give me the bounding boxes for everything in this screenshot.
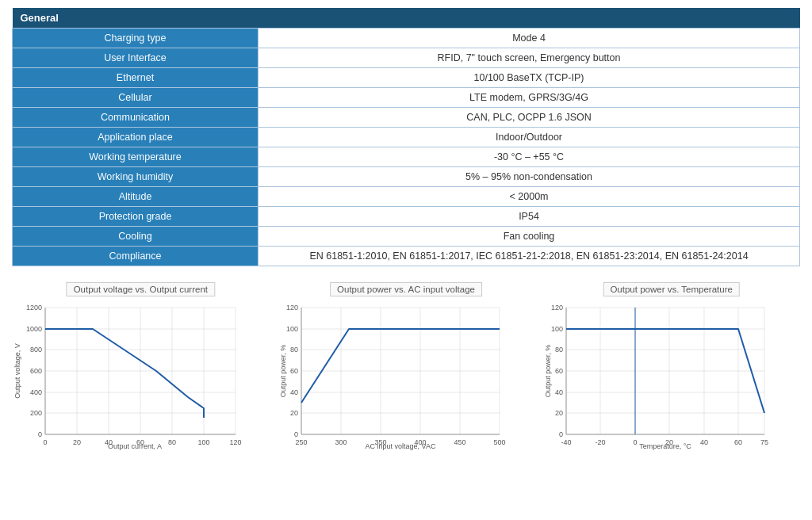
table-row: Charging typeMode 4 xyxy=(13,29,800,48)
chart1-svg: 0 200 400 600 800 1000 1200 0 20 40 60 8… xyxy=(12,300,258,450)
svg-text:-20: -20 xyxy=(596,438,606,446)
row-value: IP54 xyxy=(259,207,800,227)
table-row: Application placeIndoor/Outdoor xyxy=(13,128,800,147)
svg-text:1000: 1000 xyxy=(26,325,42,333)
svg-text:60: 60 xyxy=(734,438,742,446)
svg-text:20: 20 xyxy=(555,409,563,417)
svg-text:450: 450 xyxy=(454,438,465,446)
svg-text:100: 100 xyxy=(286,325,298,333)
row-label: Communication xyxy=(13,108,259,128)
svg-text:20: 20 xyxy=(73,438,81,446)
svg-text:100: 100 xyxy=(197,438,209,446)
svg-text:Output power, %: Output power, % xyxy=(544,345,552,398)
svg-text:0: 0 xyxy=(634,438,638,446)
chart2-svg: 0 20 40 60 80 100 120 250 300 350 400 45… xyxy=(278,300,523,450)
svg-text:0: 0 xyxy=(38,430,42,438)
svg-text:500: 500 xyxy=(493,438,505,446)
svg-text:80: 80 xyxy=(290,346,298,354)
section-header: General xyxy=(13,8,800,29)
row-value: 5% – 95% non-condensation xyxy=(259,167,800,187)
svg-text:-40: -40 xyxy=(561,438,572,446)
row-value: LTE modem, GPRS/3G/4G xyxy=(259,88,800,108)
svg-text:100: 100 xyxy=(551,325,563,333)
chart3-svg: 0 20 40 60 80 100 120 -40 -20 0 20 40 60… xyxy=(542,300,788,450)
chart3-area: 0 20 40 60 80 100 120 -40 -20 0 20 40 60… xyxy=(542,300,800,450)
row-value: Fan cooling xyxy=(259,227,800,247)
row-value: < 2000m xyxy=(259,187,800,207)
row-value: CAN, PLC, OCPP 1.6 JSON xyxy=(259,108,800,128)
svg-text:60: 60 xyxy=(290,367,298,375)
svg-text:Output voltage, V: Output voltage, V xyxy=(13,343,21,399)
chart-voltage-current: Output voltage vs. Output current xyxy=(12,282,270,450)
svg-text:600: 600 xyxy=(30,367,42,375)
svg-text:250: 250 xyxy=(295,438,307,446)
row-label: Charging type xyxy=(13,29,259,48)
svg-text:120: 120 xyxy=(229,438,241,446)
row-label: User Interface xyxy=(13,48,259,68)
row-label: Working humidity xyxy=(13,167,259,187)
svg-text:60: 60 xyxy=(555,367,563,375)
table-row: Working humidity5% – 95% non-condensatio… xyxy=(13,167,800,187)
general-table: General Charging typeMode 4User Interfac… xyxy=(12,8,800,266)
svg-text:20: 20 xyxy=(290,409,298,417)
charts-container: Output voltage vs. Output current xyxy=(12,282,800,450)
row-label: Ethernet xyxy=(13,68,259,88)
row-label: Altitude xyxy=(13,187,259,207)
row-value: RFID, 7" touch screen, Emergency button xyxy=(259,48,800,68)
row-label: Cooling xyxy=(13,227,259,247)
chart1-area: 0 200 400 600 800 1000 1200 0 20 40 60 8… xyxy=(12,300,270,450)
row-value: Mode 4 xyxy=(259,29,800,48)
svg-text:40: 40 xyxy=(555,388,563,396)
table-row: User InterfaceRFID, 7" touch screen, Eme… xyxy=(13,48,800,68)
svg-text:0: 0 xyxy=(43,438,47,446)
chart2-title: Output power vs. AC input voltage xyxy=(330,282,482,296)
row-label: Compliance xyxy=(13,247,259,266)
svg-text:40: 40 xyxy=(290,388,298,396)
svg-text:400: 400 xyxy=(30,388,42,396)
svg-text:40: 40 xyxy=(700,438,708,446)
svg-text:Output current, A: Output current, A xyxy=(108,442,162,450)
table-row: CommunicationCAN, PLC, OCPP 1.6 JSON xyxy=(13,108,800,128)
table-row: CoolingFan cooling xyxy=(13,227,800,247)
row-label: Cellular xyxy=(13,88,259,108)
table-row: Altitude< 2000m xyxy=(13,187,800,207)
row-value: EN 61851-1:2010, EN 61851-1:2017, IEC 61… xyxy=(259,247,800,266)
chart-power-voltage: Output power vs. AC input voltage xyxy=(278,282,535,450)
row-value: Indoor/Outdoor xyxy=(259,128,800,147)
row-value: 10/100 BaseTX (TCP-IP) xyxy=(259,68,800,88)
chart1-title: Output voltage vs. Output current xyxy=(67,282,215,296)
table-row: Working temperature-30 °C – +55 °C xyxy=(13,147,800,167)
svg-text:75: 75 xyxy=(760,438,768,446)
chart2-area: 0 20 40 60 80 100 120 250 300 350 400 45… xyxy=(278,300,535,450)
svg-text:Output power, %: Output power, % xyxy=(279,345,287,398)
table-row: Protection gradeIP54 xyxy=(13,207,800,227)
row-value: -30 °C – +55 °C xyxy=(259,147,800,167)
svg-text:80: 80 xyxy=(168,438,176,446)
table-row: ComplianceEN 61851-1:2010, EN 61851-1:20… xyxy=(13,247,800,266)
svg-text:80: 80 xyxy=(555,346,563,354)
chart-power-temp: Output power vs. Temperature xyxy=(542,282,800,450)
svg-text:Temperature, °C: Temperature, °C xyxy=(640,442,692,450)
table-row: CellularLTE modem, GPRS/3G/4G xyxy=(13,88,800,108)
row-label: Protection grade xyxy=(13,207,259,227)
svg-text:AC input voltage, VAC: AC input voltage, VAC xyxy=(365,442,435,450)
table-row: Ethernet10/100 BaseTX (TCP-IP) xyxy=(13,68,800,88)
row-label: Application place xyxy=(13,128,259,147)
svg-text:0: 0 xyxy=(559,430,563,438)
svg-text:0: 0 xyxy=(294,430,298,438)
svg-text:800: 800 xyxy=(30,346,42,354)
chart3-title: Output power vs. Temperature xyxy=(603,282,739,296)
svg-text:300: 300 xyxy=(335,438,347,446)
svg-text:120: 120 xyxy=(551,304,563,312)
svg-text:200: 200 xyxy=(30,409,42,417)
row-label: Working temperature xyxy=(13,147,259,167)
svg-text:1200: 1200 xyxy=(26,304,42,312)
svg-text:120: 120 xyxy=(286,304,298,312)
